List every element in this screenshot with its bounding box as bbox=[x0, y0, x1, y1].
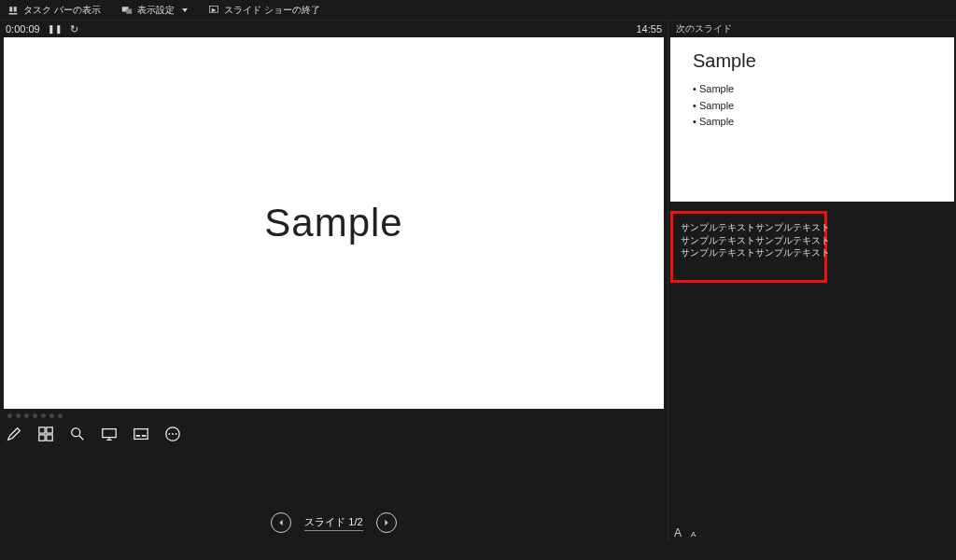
svg-rect-5 bbox=[39, 435, 45, 441]
show-taskbar-button[interactable]: タスク バーの表示 bbox=[7, 4, 101, 17]
list-item: Sample bbox=[693, 81, 932, 98]
next-slide-button[interactable] bbox=[376, 512, 397, 533]
decrease-font-button[interactable]: A bbox=[691, 530, 696, 539]
slide-counter: スライド 1/2 bbox=[304, 515, 362, 531]
black-screen-icon[interactable] bbox=[101, 426, 118, 442]
notes-font-controls: A A bbox=[674, 526, 696, 539]
notes-panel: サンプルテキストサンプルテキスト サンプルテキストサンプルテキスト サンプルテキ… bbox=[668, 211, 956, 541]
svg-rect-4 bbox=[47, 427, 52, 433]
prev-slide-button[interactable] bbox=[271, 512, 291, 533]
current-slide-title: Sample bbox=[264, 201, 402, 245]
slide-indicator-dots bbox=[0, 409, 668, 422]
display-settings-button[interactable]: 表示設定 bbox=[121, 4, 188, 17]
svg-point-7 bbox=[72, 428, 80, 437]
svg-rect-3 bbox=[39, 427, 45, 433]
end-slideshow-button[interactable]: スライド ショーの終了 bbox=[208, 4, 320, 17]
next-slide-header: 次のスライド bbox=[668, 21, 956, 37]
list-item: Sample bbox=[693, 114, 932, 131]
zoom-icon[interactable] bbox=[69, 426, 86, 442]
notes-line: サンプルテキストサンプルテキスト bbox=[681, 221, 817, 234]
list-item: Sample bbox=[693, 98, 932, 115]
presenter-toolbar bbox=[0, 422, 668, 446]
current-time: 14:55 bbox=[636, 23, 662, 35]
pause-button[interactable]: ❚❚ bbox=[48, 24, 63, 34]
main-area: 0:00:09 ❚❚ ↻ 14:55 Sample bbox=[0, 21, 956, 541]
presenter-left-pane: 0:00:09 ❚❚ ↻ 14:55 Sample bbox=[0, 21, 668, 541]
svg-rect-1 bbox=[126, 8, 132, 13]
all-slides-icon[interactable] bbox=[37, 426, 54, 442]
presenter-right-pane: 次のスライド Sample Sample Sample Sample サンプルテ… bbox=[668, 21, 956, 541]
svg-point-11 bbox=[169, 433, 171, 435]
show-taskbar-label: タスク バーの表示 bbox=[23, 4, 101, 17]
top-menu-bar: タスク バーの表示 表示設定 スライド ショーの終了 bbox=[0, 0, 956, 21]
timer-bar: 0:00:09 ❚❚ ↻ 14:55 bbox=[0, 21, 668, 37]
svg-rect-6 bbox=[47, 435, 52, 441]
dropdown-icon bbox=[182, 8, 188, 12]
speaker-notes-highlight: サンプルテキストサンプルテキスト サンプルテキストサンプルテキスト サンプルテキ… bbox=[670, 211, 827, 283]
current-slide-preview[interactable]: Sample bbox=[4, 37, 664, 409]
svg-point-12 bbox=[172, 433, 174, 435]
next-slide-preview[interactable]: Sample Sample Sample Sample bbox=[670, 37, 954, 202]
end-slideshow-label: スライド ショーの終了 bbox=[224, 4, 320, 17]
svg-rect-8 bbox=[103, 429, 116, 438]
reset-timer-button[interactable]: ↻ bbox=[70, 23, 78, 35]
svg-rect-9 bbox=[134, 429, 148, 440]
increase-font-button[interactable]: A bbox=[674, 526, 682, 539]
elapsed-time: 0:00:09 bbox=[6, 23, 40, 35]
pen-tool-icon[interactable] bbox=[6, 426, 22, 442]
next-slide-title: Sample bbox=[693, 50, 932, 72]
next-slide-bullets: Sample Sample Sample bbox=[693, 81, 932, 131]
display-settings-label: 表示設定 bbox=[137, 4, 175, 17]
notes-line: サンプルテキストサンプルテキスト bbox=[681, 234, 817, 247]
notes-line: サンプルテキストサンプルテキスト bbox=[681, 246, 817, 259]
slide-nav-bar: スライド 1/2 bbox=[0, 504, 668, 541]
svg-point-13 bbox=[176, 433, 177, 435]
subtitle-icon[interactable] bbox=[133, 426, 149, 442]
more-options-icon[interactable] bbox=[164, 426, 181, 442]
